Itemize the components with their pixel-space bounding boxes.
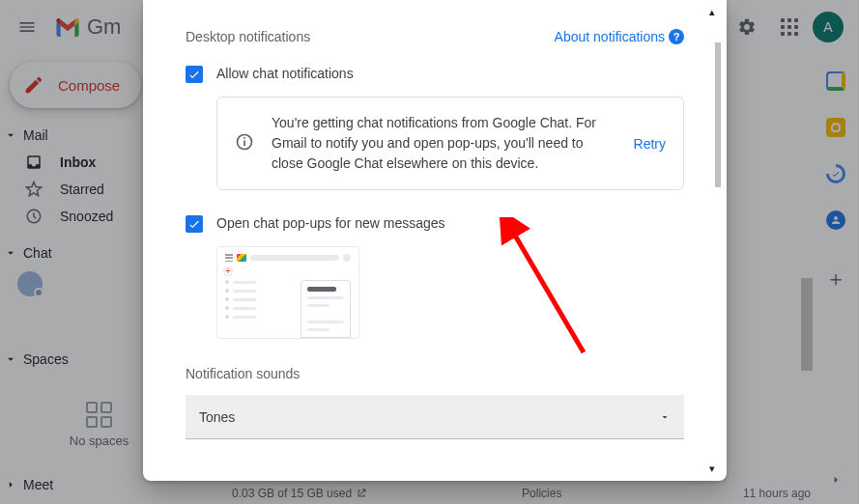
notification-sounds-label: Notification sounds bbox=[186, 366, 684, 381]
check-icon bbox=[187, 68, 201, 81]
notification-sounds-select[interactable]: Tones bbox=[186, 395, 684, 439]
check-icon bbox=[187, 217, 201, 231]
about-notifications-link[interactable]: About notifications ? bbox=[555, 29, 684, 44]
caret-down-icon bbox=[659, 411, 671, 423]
help-icon: ? bbox=[669, 29, 684, 44]
open-chat-popups-label: Open chat pop-ups for new messages bbox=[216, 215, 445, 231]
retry-button[interactable]: Retry bbox=[634, 136, 666, 152]
open-chat-popups-checkbox[interactable] bbox=[186, 215, 203, 233]
notification-sounds-value: Tones bbox=[199, 409, 235, 425]
allow-chat-notifications-label: Allow chat notifications bbox=[216, 66, 354, 81]
info-icon bbox=[235, 132, 254, 154]
alert-message: You're getting chat notifications from G… bbox=[272, 113, 616, 174]
allow-chat-notifications-checkbox[interactable] bbox=[186, 66, 203, 83]
svg-rect-9 bbox=[243, 137, 245, 139]
svg-rect-8 bbox=[243, 140, 245, 146]
settings-dialog: ▴ Desktop notifications About notificati… bbox=[143, 0, 727, 481]
chat-popup-preview-image bbox=[216, 246, 359, 339]
scroll-down-arrow[interactable]: ▾ bbox=[709, 462, 715, 475]
chat-elsewhere-alert: You're getting chat notifications from G… bbox=[216, 97, 684, 190]
dialog-section-title: Desktop notifications bbox=[186, 29, 310, 44]
